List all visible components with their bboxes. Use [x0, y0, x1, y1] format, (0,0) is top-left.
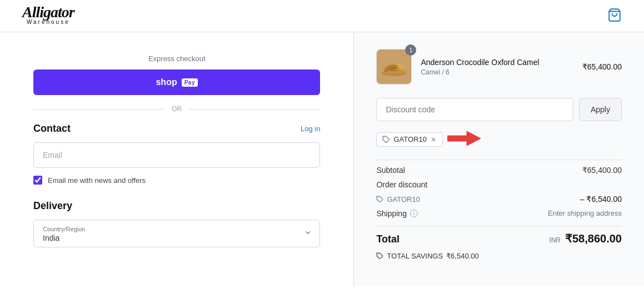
arrow-annotation	[447, 130, 481, 148]
discount-code-input[interactable]	[376, 98, 573, 121]
svg-rect-2	[390, 68, 397, 69]
svg-marker-5	[447, 131, 481, 146]
coupon-applied-row: GATOR10 ×	[376, 130, 622, 148]
total-right: INR ₹58,860.00	[549, 232, 622, 245]
discount-detail-code: GATOR10	[387, 195, 420, 203]
shop-pay-text: shop	[156, 77, 177, 87]
email-field[interactable]	[33, 142, 320, 168]
order-discount-row: Order discount	[376, 180, 622, 189]
shoe-image	[380, 56, 408, 78]
savings-row: TOTAL SAVINGS ₹6,540.00	[376, 252, 622, 260]
email-opt-in-row: Email me with news and offers	[33, 176, 320, 185]
discount-detail-label: GATOR10	[376, 195, 420, 203]
shop-pay-badge: Pay	[182, 78, 198, 87]
login-link[interactable]: Log in	[301, 125, 320, 133]
total-currency: INR	[549, 236, 561, 244]
cart-icon	[607, 8, 622, 22]
savings-value: ₹6,540.00	[446, 252, 479, 260]
product-info: Anderson Crocodile Oxford Camel Camel / …	[421, 58, 573, 76]
discount-detail-row: GATOR10 – ₹6,540.00	[376, 195, 622, 203]
savings-tag-icon	[376, 252, 383, 260]
cart-button[interactable]	[607, 8, 622, 24]
shop-pay-button[interactable]: shop Pay	[33, 69, 320, 95]
apply-button[interactable]: Apply	[579, 98, 622, 121]
discount-code-row: Apply	[376, 98, 622, 121]
header: Alligator Warehouse	[0, 0, 644, 32]
shipping-label: Shipping i	[376, 209, 418, 218]
logo: Alligator Warehouse	[22, 7, 74, 25]
coupon-code: GATOR10	[393, 135, 426, 143]
discount-detail-value: – ₹6,540.00	[580, 195, 622, 203]
country-label: Country/Region	[43, 226, 311, 232]
subtotal-label: Subtotal	[376, 166, 405, 175]
discount-tag-icon	[376, 196, 383, 203]
total-label: Total	[376, 234, 400, 245]
divider-2	[376, 226, 622, 226]
country-select[interactable]: Country/Region India	[33, 220, 320, 247]
order-discount-label: Order discount	[376, 180, 427, 189]
or-label: OR	[172, 105, 182, 113]
tag-icon	[382, 136, 390, 143]
shipping-value: Enter shipping address	[548, 209, 622, 218]
product-row: 1 Anderson Crocodile Oxford Camel Camel …	[376, 49, 622, 85]
subtotal-value: ₹65,400.00	[582, 166, 622, 175]
coupon-tag: GATOR10 ×	[376, 132, 443, 147]
product-name: Anderson Crocodile Oxford Camel	[421, 58, 573, 67]
delivery-title: Delivery	[33, 200, 320, 212]
svg-rect-3	[390, 70, 398, 71]
total-value: ₹58,860.00	[565, 232, 622, 245]
left-panel: Express checkout shop Pay OR Contact Log…	[0, 32, 354, 286]
arrow-icon	[447, 130, 481, 147]
shipping-info-icon[interactable]: i	[410, 210, 418, 217]
main-layout: Express checkout shop Pay OR Contact Log…	[0, 32, 644, 286]
express-checkout-label: Express checkout	[33, 54, 320, 63]
logo-sub: Warehouse	[22, 19, 74, 25]
right-panel: 1 Anderson Crocodile Oxford Camel Camel …	[354, 32, 644, 286]
product-quantity-badge: 1	[405, 44, 416, 56]
total-row: Total INR ₹58,860.00	[376, 232, 622, 245]
product-price: ₹65,400.00	[582, 62, 622, 71]
email-opt-in-checkbox[interactable]	[33, 176, 42, 185]
or-divider: OR	[33, 105, 320, 113]
coupon-remove-button[interactable]: ×	[430, 135, 437, 144]
email-opt-in-label: Email me with news and offers	[48, 176, 146, 185]
shipping-text: Shipping	[376, 209, 407, 218]
subtotal-row: Subtotal ₹65,400.00	[376, 166, 622, 175]
savings-label: TOTAL SAVINGS	[387, 252, 443, 260]
divider-1	[376, 160, 622, 160]
chevron-down-icon	[304, 229, 312, 239]
product-variant: Camel / 6	[421, 68, 573, 76]
contact-title: Contact	[33, 123, 71, 135]
shipping-row: Shipping i Enter shipping address	[376, 209, 622, 218]
product-image-wrapper: 1	[376, 49, 412, 85]
country-value: India	[43, 234, 311, 242]
contact-header: Contact Log in	[33, 123, 320, 135]
